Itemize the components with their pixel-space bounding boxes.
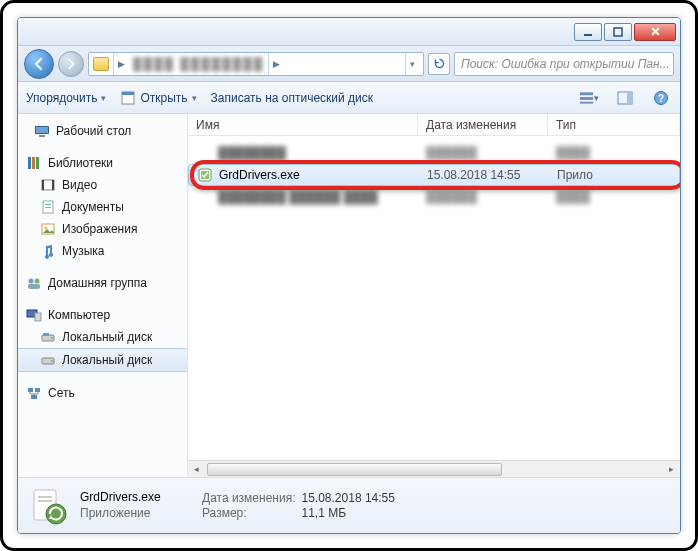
details-size-label: Размер: [202,506,296,520]
header-type[interactable]: Тип [548,114,680,135]
sidebar-item-label: Локальный диск [62,353,152,367]
sidebar-item-label: Компьютер [48,308,110,322]
file-list: Имя Дата изменения Тип ████████ ████████… [188,114,680,477]
header-name[interactable]: Имя [188,114,418,135]
svg-rect-38 [31,395,37,399]
svg-rect-42 [38,496,52,498]
refresh-button[interactable] [428,53,450,75]
documents-icon [40,199,56,215]
desktop-icon [34,123,50,139]
minimize-button[interactable] [574,23,602,41]
file-date: 15.08.2018 14:55 [419,168,549,182]
svg-rect-13 [36,127,48,133]
svg-point-35 [51,360,53,362]
sidebar-item-desktop[interactable]: Рабочий стол [18,120,187,142]
details-pane: GrdDrivers.exe Приложение Дата изменения… [18,477,680,533]
list-item-selected[interactable]: GrdDrivers.exe 15.08.2018 14:55 Прило [188,164,680,186]
libraries-icon [26,155,42,171]
sidebar-item-network[interactable]: ▸ Сеть [18,382,187,404]
sidebar: Рабочий стол ▸ Библиотеки Видео Документ… [18,114,188,477]
chevron-down-icon[interactable]: ▾ [405,53,419,75]
help-button[interactable]: ? [650,87,672,109]
details-mod-value: 15.08.2018 14:55 [302,491,395,505]
titlebar [18,18,680,46]
svg-point-33 [51,337,53,339]
scrollbar-thumb[interactable] [207,463,502,476]
svg-rect-14 [39,135,45,137]
list-item[interactable]: ████████ ██████ ████ ██████████ [188,186,680,208]
sidebar-item-libraries[interactable]: ▸ Библиотеки [18,152,187,174]
svg-rect-7 [580,101,593,103]
header-date[interactable]: Дата изменения [418,114,548,135]
svg-rect-16 [32,157,35,169]
svg-rect-9 [627,92,632,104]
svg-point-27 [35,279,40,284]
close-button[interactable] [634,23,676,41]
sidebar-item-label: Локальный диск [62,330,152,344]
sidebar-item-localdisk[interactable]: Локальный диск [18,326,187,348]
svg-rect-20 [52,180,54,190]
details-size-value: 11,1 МБ [302,506,395,520]
chevron-right-icon[interactable]: ▶ [113,53,129,75]
open-icon [120,90,136,106]
open-button[interactable]: Открыть [120,90,196,106]
sidebar-item-homegroup[interactable]: ▸ Домашняя группа [18,272,187,294]
sidebar-item-pictures[interactable]: Изображения [18,218,187,240]
toolbar: Упорядочить Открыть Записать на оптическ… [18,82,680,114]
svg-rect-17 [36,157,39,169]
search-placeholder: Поиск: Ошибка при открытии Пан... [461,57,670,71]
horizontal-scrollbar[interactable]: ◂ ▸ [188,460,680,477]
scroll-right-icon[interactable]: ▸ [663,461,680,478]
svg-rect-4 [122,92,134,95]
details-file-icon [28,486,68,526]
open-label: Открыть [140,91,187,105]
music-icon [40,243,56,259]
burn-button[interactable]: Записать на оптический диск [211,91,374,105]
maximize-button[interactable] [604,23,632,41]
forward-button[interactable] [58,51,84,77]
svg-point-26 [29,279,34,284]
file-type: Прило [549,168,679,182]
explorer-window: ▶ ████ ████████ ▶ ▾ Поиск: Ошибка при от… [17,17,681,534]
svg-rect-36 [28,388,33,392]
exe-icon [197,167,213,183]
svg-rect-23 [45,207,51,208]
sidebar-item-documents[interactable]: Документы [18,196,187,218]
scroll-left-icon[interactable]: ◂ [188,461,205,478]
video-icon [40,177,56,193]
pictures-icon [40,221,56,237]
sidebar-item-label: Домашняя группа [48,276,147,290]
sidebar-item-localdisk[interactable]: Локальный диск [18,348,187,372]
breadcrumb[interactable]: ▶ ████ ████████ ▶ ▾ [88,52,424,76]
search-input[interactable]: Поиск: Ошибка при открытии Пан... [454,52,674,76]
organize-menu[interactable]: Упорядочить [26,91,106,105]
sidebar-item-label: Сеть [48,386,75,400]
preview-pane-button[interactable] [614,87,636,109]
breadcrumb-path-blurred: ████ ████████ [133,57,264,71]
disk-icon [40,329,56,345]
homegroup-icon [26,275,42,291]
svg-rect-6 [580,97,593,100]
chevron-right-icon[interactable]: ▶ [268,53,284,75]
sidebar-item-label: Музыка [62,244,104,258]
svg-rect-32 [43,333,49,336]
sidebar-item-computer[interactable]: ▾ Компьютер [18,304,187,326]
svg-text:?: ? [658,93,664,104]
details-mod-label: Дата изменения: [202,491,296,505]
svg-rect-5 [580,92,593,95]
sidebar-item-label: Видео [62,178,97,192]
network-icon [26,385,42,401]
sidebar-item-music[interactable]: Музыка [18,240,187,262]
list-item[interactable]: ████████ ██████████ [188,142,680,164]
svg-rect-19 [42,180,44,190]
details-file-type: Приложение [80,506,190,522]
sidebar-item-video[interactable]: Видео [18,174,187,196]
folder-icon [93,57,109,71]
navbar: ▶ ████ ████████ ▶ ▾ Поиск: Ошибка при от… [18,46,680,82]
sidebar-item-label: Библиотеки [48,156,113,170]
details-file-name: GrdDrivers.exe [80,490,190,506]
svg-rect-28 [28,284,40,289]
sidebar-item-label: Изображения [62,222,137,236]
back-button[interactable] [24,49,54,79]
view-mode-button[interactable] [578,87,600,109]
